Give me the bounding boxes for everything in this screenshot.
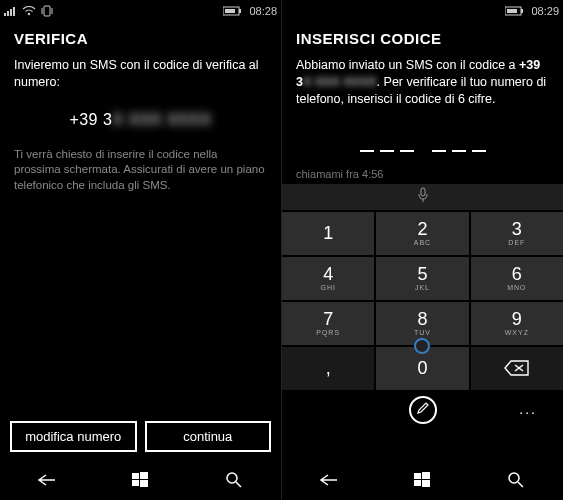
- code-digit: [400, 150, 414, 152]
- backspace-icon: [504, 359, 530, 377]
- key-3[interactable]: 3DEF: [471, 212, 563, 255]
- key-7[interactable]: 7PQRS: [282, 302, 374, 345]
- key-9[interactable]: 9WXYZ: [471, 302, 563, 345]
- key-1[interactable]: 1: [282, 212, 374, 255]
- continue-button[interactable]: continua: [145, 421, 272, 452]
- key-6[interactable]: 6MNO: [471, 257, 563, 300]
- svg-rect-19: [507, 9, 517, 13]
- svg-rect-26: [414, 480, 421, 486]
- code-digit: [432, 150, 446, 152]
- svg-point-4: [28, 13, 30, 15]
- code-input-row[interactable]: [296, 136, 549, 152]
- svg-rect-0: [4, 13, 6, 16]
- code-digit: [360, 150, 374, 152]
- svg-rect-25: [422, 472, 430, 479]
- search-button[interactable]: [486, 471, 546, 489]
- more-button[interactable]: ···: [519, 404, 537, 420]
- status-bar: 08:29: [282, 0, 563, 22]
- svg-rect-10: [225, 9, 235, 13]
- svg-rect-27: [422, 480, 430, 487]
- back-button[interactable]: [299, 473, 359, 487]
- svg-rect-12: [140, 472, 148, 479]
- svg-rect-13: [132, 480, 139, 486]
- nav-bar: [282, 460, 563, 500]
- battery-icon: [223, 6, 243, 16]
- cursor-slider-icon[interactable]: [414, 338, 430, 354]
- svg-rect-14: [140, 480, 148, 487]
- page-title: VERIFICA: [14, 30, 267, 47]
- svg-rect-24: [414, 473, 421, 479]
- key-4[interactable]: 4GHI: [282, 257, 374, 300]
- clock-text: 08:28: [249, 5, 277, 17]
- svg-rect-11: [132, 473, 139, 479]
- key-2[interactable]: 2ABC: [376, 212, 468, 255]
- action-buttons: modifica numero continua: [0, 421, 281, 460]
- status-bar: 08:28: [0, 0, 281, 22]
- svg-rect-18: [521, 9, 523, 13]
- windows-button[interactable]: [392, 471, 452, 489]
- key-backspace[interactable]: [471, 347, 563, 390]
- svg-rect-1: [7, 11, 9, 16]
- battery-icon: [505, 6, 525, 16]
- verify-screen: 08:28 VERIFICA Invieremo un SMS con il c…: [0, 0, 281, 500]
- phone-hidden: X XXX XXXX: [112, 111, 211, 129]
- svg-line-16: [236, 482, 241, 487]
- code-digit: [380, 150, 394, 152]
- enter-code-screen: 08:29 INSERISCI CODICE Abbiamo inviato u…: [281, 0, 563, 500]
- numeric-keypad: 1 2ABC 3DEF 4GHI 5JKL 6MNO 7PQRS 8TUV 9W…: [282, 210, 563, 390]
- call-me-link[interactable]: chiamami fra 4:56: [296, 168, 549, 180]
- mic-icon[interactable]: [417, 187, 429, 207]
- svg-rect-9: [239, 9, 241, 13]
- signal-icon: [4, 6, 18, 16]
- modify-number-button[interactable]: modifica numero: [10, 421, 137, 452]
- edit-button[interactable]: [409, 396, 437, 424]
- key-8[interactable]: 8TUV: [376, 302, 468, 345]
- hint-text: Ti verrà chiesto di inserire il codice n…: [14, 147, 267, 194]
- vibrate-icon: [40, 5, 54, 17]
- svg-point-15: [227, 473, 237, 483]
- phone-number-display: +39 3X XXX XXXX: [14, 111, 267, 129]
- key-comma[interactable]: ,: [282, 347, 374, 390]
- svg-rect-5: [44, 6, 50, 16]
- wifi-icon: [22, 6, 36, 16]
- code-digit: [472, 150, 486, 152]
- key-5[interactable]: 5JKL: [376, 257, 468, 300]
- clock-text: 08:29: [531, 5, 559, 17]
- intro-text: Invieremo un SMS con il codice di verifi…: [14, 57, 267, 91]
- svg-rect-2: [10, 9, 12, 16]
- nav-bar: [0, 460, 281, 500]
- svg-point-28: [509, 473, 519, 483]
- svg-rect-20: [421, 188, 425, 196]
- mic-row: [282, 184, 563, 210]
- search-button[interactable]: [204, 471, 264, 489]
- pencil-icon: [416, 401, 430, 419]
- back-button[interactable]: [17, 473, 77, 487]
- windows-button[interactable]: [110, 471, 170, 489]
- app-bar: ···: [296, 390, 549, 430]
- svg-rect-3: [13, 7, 15, 16]
- phone-prefix: +39 3: [69, 111, 112, 128]
- svg-line-29: [518, 482, 523, 487]
- code-digit: [452, 150, 466, 152]
- page-title: INSERISCI CODICE: [296, 30, 549, 47]
- body-text: Abbiamo inviato un SMS con il codice a +…: [296, 57, 549, 108]
